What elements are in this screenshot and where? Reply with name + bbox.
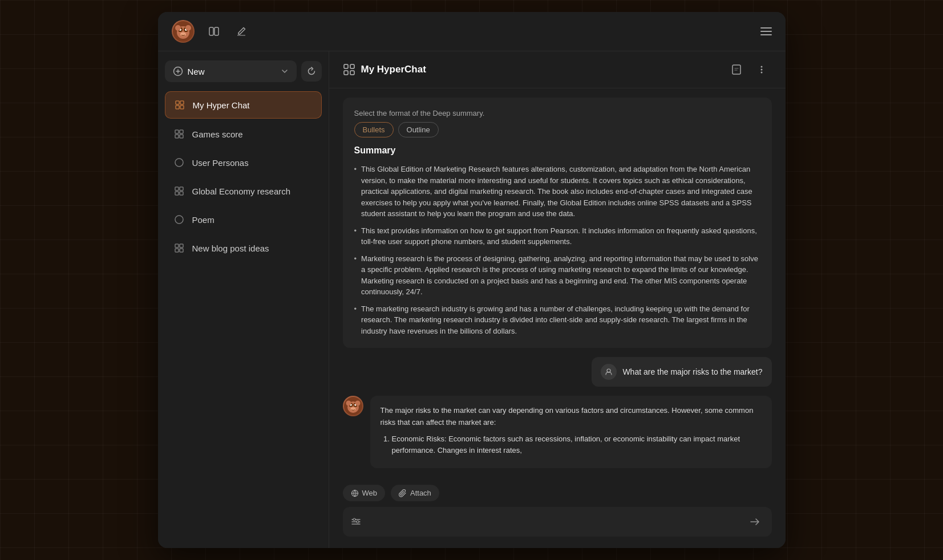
- format-bullets-button[interactable]: Bullets: [354, 122, 394, 137]
- svg-point-46: [346, 401, 351, 406]
- new-btn-container: New: [165, 60, 322, 82]
- svg-rect-13: [180, 101, 184, 104]
- svg-point-20: [175, 159, 183, 167]
- sidebar-item-user-personas[interactable]: User Personas: [165, 149, 322, 176]
- input-area: Web Attach: [329, 478, 786, 548]
- sidebar-item-label: Poem: [192, 215, 214, 225]
- ai-bubble: The major risks to the market can vary d…: [370, 396, 772, 468]
- svg-point-35: [760, 66, 762, 68]
- svg-point-53: [357, 521, 359, 523]
- svg-point-7: [175, 25, 181, 31]
- sidebar: New: [158, 51, 329, 548]
- user-message: What are the major risks to the market?: [343, 357, 772, 387]
- sidebar-item-new-blog[interactable]: New blog post ideas: [165, 235, 322, 261]
- circle-icon-2: [173, 213, 185, 226]
- save-button[interactable]: [726, 59, 747, 80]
- svg-rect-10: [214, 27, 218, 35]
- user-icon: [601, 364, 617, 380]
- format-outline-button[interactable]: Outline: [398, 122, 439, 137]
- summary-bullets: This Global Edition of Marketing Researc…: [354, 164, 760, 336]
- grid-icon-4: [173, 242, 185, 254]
- chat-grid-icon: [343, 63, 355, 76]
- svg-point-47: [355, 401, 360, 406]
- svg-rect-12: [176, 101, 179, 104]
- summary-title: Summary: [354, 145, 760, 156]
- grid-icon-3: [173, 185, 185, 197]
- sidebar-item-games-score[interactable]: Games score: [165, 121, 322, 147]
- user-bubble: What are the major risks to the market?: [592, 357, 771, 387]
- svg-rect-23: [175, 192, 179, 195]
- svg-point-36: [760, 69, 762, 71]
- svg-rect-17: [180, 130, 183, 133]
- ai-message: The major risks to the market can vary d…: [343, 396, 772, 468]
- svg-rect-34: [732, 65, 740, 74]
- format-label: Select the format of the Deep summary.: [354, 109, 760, 117]
- new-label: New: [188, 67, 205, 76]
- sidebar-toggle-button[interactable]: [204, 21, 224, 42]
- summary-bullet-4: The marketing research industry is growi…: [354, 303, 760, 337]
- web-icon: [351, 489, 359, 497]
- chevron-down-icon: [281, 67, 289, 75]
- refresh-button[interactable]: [301, 61, 322, 82]
- hamburger-menu[interactable]: [760, 27, 772, 35]
- new-chat-button[interactable]: New: [165, 60, 297, 82]
- svg-rect-19: [180, 135, 183, 138]
- chat-input[interactable]: [367, 517, 740, 526]
- attach-icon: [399, 489, 407, 497]
- top-bar-left: [172, 20, 252, 43]
- summary-bullet-2: This text provides information on how to…: [354, 225, 760, 247]
- svg-rect-9: [209, 27, 213, 35]
- sidebar-item-my-hyper-chat[interactable]: My Hyper Chat: [165, 91, 322, 119]
- summary-bullet-1: This Global Edition of Marketing Researc…: [354, 164, 760, 220]
- sidebar-item-label: My Hyper Chat: [193, 100, 250, 110]
- web-tool-button[interactable]: Web: [343, 485, 386, 501]
- svg-rect-27: [180, 244, 183, 247]
- sidebar-item-label: Global Economy research: [192, 186, 291, 196]
- svg-rect-28: [175, 249, 179, 252]
- svg-rect-14: [176, 105, 179, 109]
- format-buttons: Bullets Outline: [354, 122, 760, 137]
- ai-response-item-1: Economic Risks: Economic factors such as…: [392, 433, 762, 457]
- chat-header: My HyperChat: [329, 51, 786, 88]
- chat-header-right: [726, 59, 772, 80]
- sidebar-item-poem[interactable]: Poem: [165, 206, 322, 233]
- sidebar-item-label: Games score: [192, 129, 243, 139]
- attach-tool-button[interactable]: Attach: [391, 485, 439, 501]
- user-text: What are the major risks to the market?: [622, 367, 762, 376]
- svg-point-8: [185, 25, 191, 31]
- svg-rect-24: [180, 192, 183, 195]
- sidebar-item-global-economy[interactable]: Global Economy research: [165, 178, 322, 204]
- grid-icon-2: [173, 128, 185, 140]
- svg-rect-21: [175, 187, 179, 190]
- chat-area: My HyperChat: [329, 51, 786, 548]
- svg-point-25: [175, 216, 183, 224]
- chat-title: My HyperChat: [361, 64, 426, 75]
- input-row: [343, 507, 772, 537]
- settings-icon[interactable]: [351, 517, 361, 527]
- svg-rect-33: [350, 71, 354, 75]
- svg-rect-29: [180, 249, 183, 252]
- messages-area[interactable]: Select the format of the Deep summary. B…: [329, 88, 786, 478]
- summary-card: Select the format of the Deep summary. B…: [343, 98, 772, 348]
- attach-label: Attach: [410, 489, 431, 497]
- svg-rect-22: [180, 187, 183, 190]
- summary-bullet-3: Marketing research is the process of des…: [354, 253, 760, 298]
- input-tools: Web Attach: [343, 485, 772, 501]
- grid-icon: [173, 99, 186, 111]
- svg-rect-30: [344, 64, 348, 68]
- svg-rect-18: [175, 135, 179, 138]
- avatar[interactable]: [172, 20, 195, 43]
- svg-rect-32: [344, 71, 348, 75]
- chat-header-left: My HyperChat: [343, 63, 426, 76]
- svg-rect-16: [175, 130, 179, 133]
- send-button[interactable]: [746, 513, 764, 531]
- svg-rect-31: [350, 64, 354, 68]
- more-options-button[interactable]: [751, 59, 772, 80]
- edit-button[interactable]: [231, 21, 252, 42]
- sidebar-item-label: User Personas: [192, 158, 249, 168]
- format-selector: Select the format of the Deep summary. B…: [354, 109, 760, 137]
- sidebar-item-label: New blog post ideas: [192, 244, 269, 253]
- svg-point-37: [760, 72, 762, 74]
- ai-avatar: [343, 396, 363, 416]
- new-btn-inner: New: [173, 66, 205, 76]
